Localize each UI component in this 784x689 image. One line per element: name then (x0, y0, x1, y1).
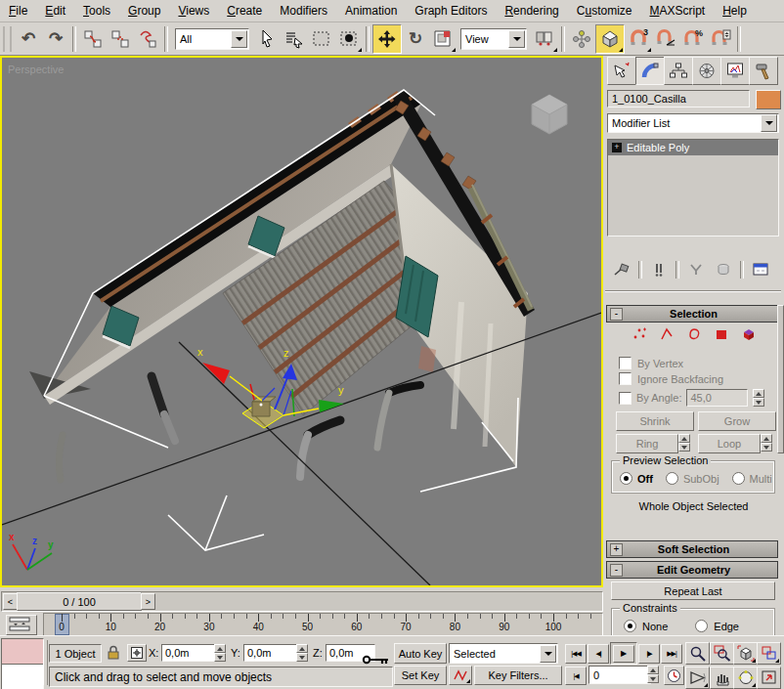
expand-icon[interactable]: + (612, 143, 622, 152)
tab-motion[interactable] (692, 57, 721, 85)
arc-rotate-button[interactable] (733, 667, 758, 689)
rollout-edit-geometry[interactable]: - Edit Geometry (606, 561, 778, 579)
rectangular-selection-region-button[interactable] (308, 25, 335, 53)
constraints-edge-radio[interactable] (695, 620, 708, 632)
collapse-icon[interactable]: - (610, 564, 623, 577)
key-filters-button[interactable]: Key Filters... (474, 666, 562, 685)
maxscript-listener-macro-line[interactable] (1, 638, 44, 665)
listener-splitter[interactable] (43, 640, 48, 685)
make-unique-button[interactable] (685, 260, 707, 280)
menu-item-graph-editors[interactable]: Graph Editors (406, 2, 496, 20)
spinner-up-icon[interactable] (214, 644, 226, 653)
absolute-offset-toggle[interactable] (127, 644, 147, 662)
auto-key-button[interactable]: Auto Key (394, 643, 447, 664)
pin-stack-button[interactable] (611, 260, 632, 280)
open-mini-curve-editor-button[interactable] (6, 615, 37, 635)
tab-utilities[interactable] (749, 57, 778, 85)
select-and-link-button[interactable] (79, 25, 107, 53)
unlink-selection-button[interactable] (107, 25, 134, 53)
default-in-out-tangents-button[interactable] (449, 666, 472, 685)
ring-button[interactable]: Ring (616, 434, 678, 453)
rollout-selection[interactable]: - Selection (606, 305, 778, 323)
key-mode-combo[interactable]: Selected (449, 643, 558, 664)
preview-subobj-radio[interactable] (666, 472, 678, 485)
menu-item-help[interactable]: Help (714, 2, 756, 20)
window-crossing-toggle-button[interactable] (335, 25, 363, 53)
y-coordinate-field[interactable]: 0,0m (243, 644, 297, 662)
tab-display[interactable] (720, 57, 750, 85)
select-object-button[interactable] (253, 25, 281, 53)
polygon-mode-icon[interactable] (714, 326, 729, 342)
show-end-result-button[interactable] (648, 260, 670, 280)
by-angle-checkbox[interactable] (619, 392, 632, 405)
snaps-toggle-button[interactable] (595, 24, 625, 54)
previous-frame-button[interactable]: ◀| (588, 644, 609, 664)
zoom-button[interactable] (685, 642, 710, 665)
perspective-viewport[interactable]: x z y x z y Perspective (0, 56, 603, 587)
select-by-name-button[interactable] (281, 25, 308, 53)
menu-item-tools[interactable]: Tools (74, 2, 119, 20)
combo-arrow-button[interactable] (508, 30, 525, 48)
configure-modifier-sets-button[interactable] (750, 260, 771, 280)
menu-item-customize[interactable]: Customize (568, 2, 641, 20)
selection-filter-combo[interactable]: All (175, 28, 249, 50)
x-spinner[interactable] (214, 644, 226, 662)
spinner-up-icon[interactable] (647, 666, 659, 674)
undo-button[interactable]: ↶ (15, 25, 42, 53)
ignore-backfacing-checkbox[interactable] (619, 372, 632, 385)
expand-icon[interactable]: + (610, 543, 623, 556)
grow-button[interactable]: Grow (698, 411, 776, 431)
rollout-soft-selection[interactable]: + Soft Selection (606, 540, 778, 558)
spinner-down-icon[interactable] (214, 653, 226, 662)
go-to-start-button[interactable]: |◀◀ (565, 644, 587, 664)
spinner-down-icon[interactable] (647, 674, 659, 683)
collapse-icon[interactable]: - (610, 308, 623, 321)
object-color-swatch[interactable] (756, 90, 781, 109)
spinner-down-icon[interactable] (296, 653, 308, 662)
toolbar-drag-handle[interactable] (3, 26, 12, 52)
snap-mode-button[interactable]: 3 (625, 25, 652, 53)
tab-hierarchy[interactable] (664, 57, 693, 85)
menu-item-group[interactable]: Group (119, 2, 169, 20)
border-mode-icon[interactable] (686, 326, 702, 342)
constraints-none-radio[interactable] (624, 620, 636, 632)
zoom-all-button[interactable] (710, 642, 734, 665)
frame-spinner[interactable] (647, 666, 659, 683)
y-spinner[interactable] (296, 644, 308, 662)
spinner-up-icon[interactable] (761, 434, 772, 443)
next-frame-button[interactable]: |▶ (638, 644, 660, 664)
select-and-manipulate-button[interactable] (568, 25, 595, 53)
selection-lock-toggle[interactable] (105, 644, 122, 661)
modifier-list-combo[interactable]: Modifier List (607, 113, 779, 133)
current-frame-field[interactable]: 0 (588, 666, 651, 684)
preview-off-radio[interactable] (620, 472, 632, 485)
spinner-up-icon[interactable] (296, 644, 308, 653)
field-of-view-button[interactable] (685, 667, 710, 689)
menu-item-edit[interactable]: Edit (36, 2, 74, 20)
loop-spinner[interactable] (761, 434, 772, 452)
redo-button[interactable]: ↷ (42, 25, 69, 53)
modifier-stack[interactable]: + Editable Poly (607, 139, 779, 237)
combo-arrow-button[interactable] (231, 30, 247, 48)
spinner-up-icon[interactable] (753, 389, 764, 398)
maximize-viewport-toggle[interactable] (757, 667, 781, 689)
key-mode-toggle-button[interactable]: |◀ (565, 667, 587, 685)
select-and-move-button[interactable] (372, 24, 402, 54)
menu-item-maxscript[interactable]: MAXScript (641, 2, 715, 20)
vertex-mode-icon[interactable] (632, 326, 647, 342)
menu-item-file[interactable]: File (0, 2, 36, 20)
zoom-extents-button[interactable] (733, 642, 758, 665)
modifier-stack-item[interactable]: + Editable Poly (608, 140, 778, 155)
time-slider-thumb[interactable]: 0 / 100 (17, 592, 142, 611)
percent-snap-toggle-button[interactable]: % (679, 25, 707, 53)
menu-item-views[interactable]: Views (169, 2, 218, 20)
tab-modify[interactable] (635, 57, 665, 85)
use-pivot-point-center-button[interactable] (531, 25, 558, 53)
combo-arrow-button[interactable] (540, 645, 556, 663)
zoom-extents-all-button[interactable] (757, 642, 781, 665)
spinner-down-icon[interactable] (761, 443, 772, 452)
by-angle-spinner[interactable] (753, 389, 764, 407)
play-animation-button[interactable]: ▶ (610, 642, 637, 665)
by-vertex-checkbox[interactable] (619, 357, 632, 369)
pan-view-button[interactable] (710, 667, 734, 689)
